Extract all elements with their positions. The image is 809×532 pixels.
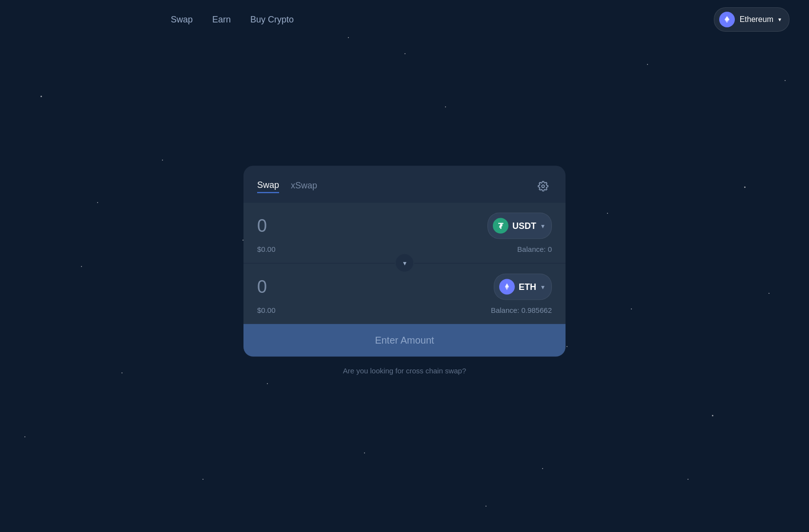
to-amount-input[interactable] (257, 277, 355, 297)
nav-buy-crypto[interactable]: Buy Crypto (250, 15, 294, 25)
from-amount-row: ₮ USDT ▾ (257, 213, 552, 239)
star (785, 80, 786, 81)
nav-earn[interactable]: Earn (212, 15, 231, 25)
eth-diamond-icon (723, 15, 731, 24)
star (485, 506, 486, 507)
top-navigation: Swap Earn Buy Crypto Ethereum ▾ (0, 0, 809, 39)
star (566, 346, 567, 347)
nav-swap[interactable]: Swap (171, 15, 193, 25)
to-section: ETH ▾ $0.00 Balance: 0.985662 (243, 264, 566, 324)
ethereum-network-icon (719, 12, 735, 27)
tab-swap[interactable]: Swap (257, 180, 279, 193)
gear-icon (538, 181, 548, 192)
star (631, 308, 632, 309)
star (607, 213, 608, 214)
settings-button[interactable] (534, 178, 552, 195)
to-token-name: ETH (519, 282, 536, 292)
star (445, 106, 446, 107)
star (202, 479, 203, 480)
nav-links: Swap Earn Buy Crypto (171, 15, 294, 25)
to-balance: Balance: 0.985662 (491, 306, 552, 314)
main-container: Swap xSwap ₮ USDT ▾ (243, 166, 566, 375)
usdt-token-icon: ₮ (493, 218, 508, 234)
from-amount-input[interactable] (257, 216, 355, 236)
star (162, 160, 163, 161)
network-label: Ethereum (740, 15, 773, 24)
cross-chain-text: Are you looking for cross chain swap? (343, 367, 466, 375)
star (267, 383, 268, 384)
swap-card: Swap xSwap ₮ USDT ▾ (243, 166, 566, 357)
from-token-selector[interactable]: ₮ USDT ▾ (487, 213, 552, 239)
star (121, 372, 122, 373)
card-header: Swap xSwap (243, 166, 566, 203)
network-chevron-icon: ▾ (778, 16, 781, 23)
from-usd-value: $0.00 (257, 245, 276, 253)
star (712, 415, 713, 416)
star (647, 64, 648, 65)
chevron-down-icon: ▾ (403, 259, 406, 267)
star (404, 53, 405, 54)
to-usd-value: $0.00 (257, 306, 276, 314)
star (744, 186, 746, 188)
star (364, 452, 365, 453)
enter-amount-button[interactable]: Enter Amount (243, 324, 566, 357)
eth-icon-svg (503, 283, 511, 291)
star (542, 468, 543, 469)
from-token-chevron-icon: ▾ (541, 222, 545, 230)
eth-token-icon (499, 279, 515, 295)
star (688, 479, 688, 480)
star (97, 202, 98, 203)
svg-point-3 (542, 185, 545, 188)
swap-direction-button[interactable]: ▾ (395, 253, 414, 273)
star (24, 436, 25, 437)
to-token-selector[interactable]: ETH ▾ (494, 274, 552, 300)
to-amount-row: ETH ▾ (257, 274, 552, 300)
star (40, 96, 42, 97)
card-tabs: Swap xSwap (257, 180, 317, 193)
star (769, 293, 769, 294)
tab-xswap[interactable]: xSwap (291, 180, 317, 192)
network-selector[interactable]: Ethereum ▾ (714, 7, 789, 32)
from-token-name: USDT (512, 221, 536, 231)
from-balance-row: $0.00 Balance: 0 (257, 245, 552, 253)
to-balance-row: $0.00 Balance: 0.985662 (257, 306, 552, 314)
to-token-chevron-icon: ▾ (541, 283, 545, 291)
star (81, 266, 82, 267)
from-balance: Balance: 0 (517, 245, 552, 253)
